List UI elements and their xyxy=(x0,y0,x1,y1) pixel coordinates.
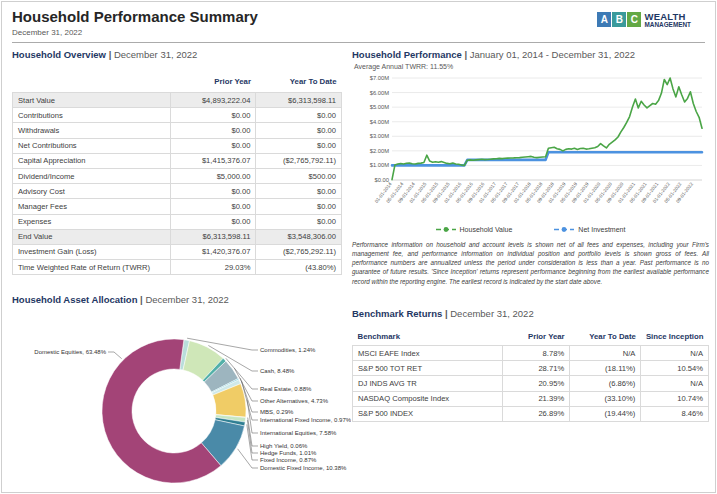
allocation-section-title: Household Asset Allocation | December 31… xyxy=(12,294,351,305)
table-row: Capital Appreciation$1,415,376.07($2,765… xyxy=(13,153,342,168)
donut-slice-label: High Yield, 0.06% xyxy=(260,443,308,449)
household-value-marker-icon xyxy=(436,226,456,233)
donut-slice-label: Domestic Equities, 63.48% xyxy=(34,349,106,355)
logo-management-text: MANAGEMENT xyxy=(644,22,691,28)
col-prior-year: Prior Year xyxy=(170,74,256,93)
legend-net-investment: Net Investment xyxy=(554,226,625,233)
asset-allocation-donut-chart: Commodities, 1.24%Cash, 8.48%Real Estate… xyxy=(6,305,351,489)
performance-line-chart: $0.00$1.00M$2.00M$3.00M$4.00M$5.00M$6.00… xyxy=(352,72,709,222)
donut-slice-label: Hedge Funds, 1.01% xyxy=(260,450,317,456)
report-header: Household Performance Summary December 3… xyxy=(12,8,705,42)
household-overview-table: Prior Year Year To Date Start Value$4,89… xyxy=(12,74,342,275)
logo-letter-a-icon: A xyxy=(597,12,611,27)
table-row: Manager Fees$0.00$0.00 xyxy=(13,199,342,214)
svg-text:$6.00M: $6.00M xyxy=(370,90,390,96)
benchmark-returns-section: Benchmark Returns | December 31, 2022 Be… xyxy=(352,308,709,422)
logo-letter-boxes: A B C xyxy=(597,12,641,27)
table-row: Start Value$4,893,222.04$6,313,598.11 xyxy=(13,93,342,108)
donut-slice-label: MBS, 0.29% xyxy=(260,409,294,415)
asset-allocation-section: Household Asset Allocation | December 31… xyxy=(6,294,351,493)
col-since-inception: Since Inception xyxy=(641,329,709,346)
table-row: Dividend/Income$5,000.00$500.00 xyxy=(13,168,342,183)
chart-legend: Household Value Net Investment xyxy=(352,226,709,233)
table-row: Advisory Cost$0.00$0.00 xyxy=(13,184,342,199)
net-investment-marker-icon xyxy=(554,226,574,233)
table-row: NASDAQ Composite Index21.39%(33.10%)10.7… xyxy=(353,391,709,406)
table-row: S&P 500 TOT RET28.71%(18.11%)10.54% xyxy=(353,361,709,376)
legend-household-value: Household Value xyxy=(436,226,513,233)
report-page: Household Performance Summary December 3… xyxy=(1,1,716,493)
logo-wordmark: WEALTH MANAGEMENT xyxy=(644,12,691,28)
donut-slice-label: Cash, 8.48% xyxy=(260,368,295,374)
svg-text:$3.00M: $3.00M xyxy=(370,133,390,139)
donut-slice-label: International Equities, 7.58% xyxy=(260,430,337,436)
household-performance-section: Household Performance | January 01, 2014… xyxy=(352,49,709,286)
table-row: Expenses$0.00$0.00 xyxy=(13,214,342,229)
table-row: Time Weighted Rate of Return (TWRR)29.03… xyxy=(13,260,342,275)
donut-slice-label: International Fixed Income, 0.97% xyxy=(260,417,351,423)
donut-slice-label: Other Alternatives, 4.73% xyxy=(260,398,329,404)
svg-text:$2.00M: $2.00M xyxy=(370,148,390,154)
donut-slice-label: Domestic Fixed Income, 10.38% xyxy=(260,465,347,471)
col-benchmark: Benchmark xyxy=(353,329,503,346)
table-row: Withdrawals$0.00$0.00 xyxy=(13,123,342,138)
donut-slice-label: Commodities, 1.24% xyxy=(260,347,316,353)
logo-letter-b-icon: B xyxy=(612,12,626,27)
table-row: DJ INDS AVG TR20.95%(6.86%)N/A xyxy=(353,376,709,391)
table-row: Contributions$0.00$0.00 xyxy=(13,108,342,123)
header-divider xyxy=(12,42,705,43)
benchmark-header-row: Benchmark Prior Year Year To Date Since … xyxy=(353,329,709,346)
svg-text:$1.00M: $1.00M xyxy=(370,162,390,168)
overview-header-row: Prior Year Year To Date xyxy=(13,74,342,93)
table-row: End Value$6,313,598.11$3,548,306.00 xyxy=(13,229,342,244)
donut-slice-label: Real Estate, 0.88% xyxy=(260,386,312,392)
performance-section-title: Household Performance | January 01, 2014… xyxy=(352,49,709,60)
col-year-to-date: Year To Date xyxy=(256,74,342,93)
company-logo: A B C WEALTH MANAGEMENT xyxy=(597,12,691,28)
svg-text:$5.00M: $5.00M xyxy=(370,104,390,110)
logo-letter-c-icon: C xyxy=(627,12,641,27)
svg-text:$4.00M: $4.00M xyxy=(370,119,390,125)
report-date: December 31, 2022 xyxy=(12,28,705,37)
overview-section-title: Household Overview | December 31, 2022 xyxy=(12,49,342,60)
table-row: S&P 500 INDEX26.89%(19.44%)8.46% xyxy=(353,406,709,421)
donut-slice-label: Fixed Income, 0.87% xyxy=(260,457,317,463)
benchmark-section-title: Benchmark Returns | December 31, 2022 xyxy=(352,308,709,319)
benchmark-returns-table: Benchmark Prior Year Year To Date Since … xyxy=(352,329,709,422)
household-overview-section: Household Overview | December 31, 2022 P… xyxy=(12,49,342,275)
average-annual-twrr: Average Annual TWRR: 11.55% xyxy=(354,63,709,70)
table-row: Net Contributions$0.00$0.00 xyxy=(13,138,342,153)
table-row: MSCI EAFE Index8.78%N/AN/A xyxy=(353,346,709,361)
col-bench-prior-year: Prior Year xyxy=(502,329,570,346)
performance-disclaimer: Performance information on household and… xyxy=(352,240,709,286)
table-row: Investment Gain (Loss)$1,420,376.07($2,7… xyxy=(13,244,342,259)
col-bench-ytd: Year To Date xyxy=(570,329,641,346)
svg-text:$7.00M: $7.00M xyxy=(370,75,390,81)
svg-text:$0.00: $0.00 xyxy=(374,177,389,183)
